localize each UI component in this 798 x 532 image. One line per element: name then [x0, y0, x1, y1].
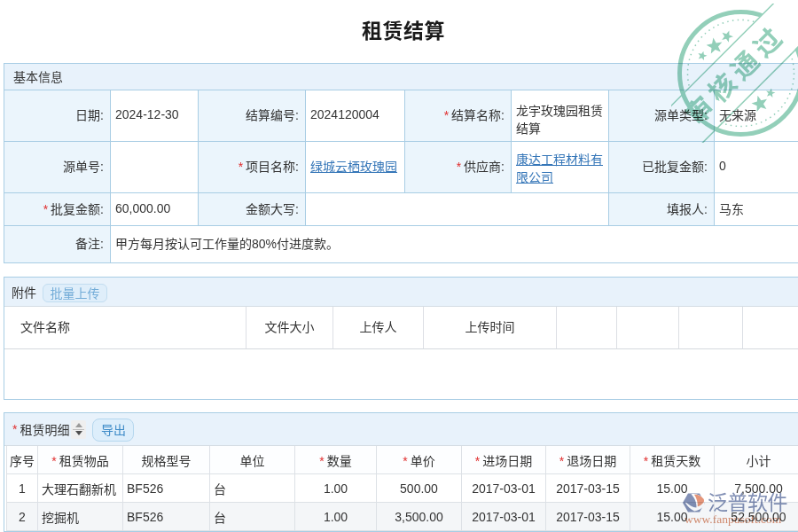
svg-text:www.fanpusoft.com: www.fanpusoft.com: [685, 512, 782, 526]
